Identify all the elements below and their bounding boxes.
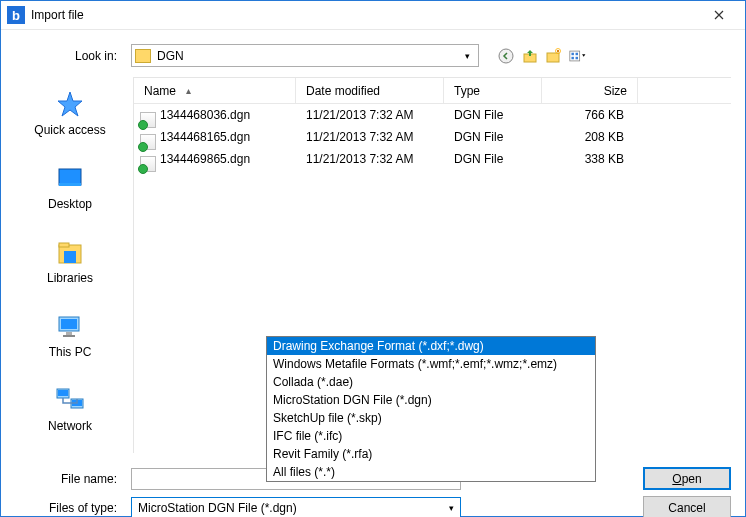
file-size: 208 KB xyxy=(542,130,638,144)
app-logo-icon: b xyxy=(7,6,25,24)
new-folder-button[interactable] xyxy=(545,47,563,65)
filetype-option[interactable]: Windows Metafile Formats (*.wmf;*.emf;*.… xyxy=(267,355,595,373)
file-list: 1344468036.dgn 11/21/2013 7:32 AM DGN Fi… xyxy=(134,104,731,170)
svg-rect-4 xyxy=(570,51,580,61)
column-header-type[interactable]: Type xyxy=(444,78,542,103)
svg-rect-10 xyxy=(59,183,81,186)
sidebar-item-desktop[interactable]: Desktop xyxy=(28,157,112,217)
svg-rect-2 xyxy=(547,53,559,62)
svg-rect-5 xyxy=(571,52,573,54)
close-button[interactable] xyxy=(699,1,739,29)
sidebar-item-label: Desktop xyxy=(48,197,92,211)
filetype-option[interactable]: Revit Family (*.rfa) xyxy=(267,445,595,463)
column-header-name[interactable]: Name▴ xyxy=(134,78,296,103)
desktop-icon xyxy=(54,163,86,195)
file-name: 1344468036.dgn xyxy=(134,108,296,122)
column-header-date[interactable]: Date modified xyxy=(296,78,444,103)
file-type: DGN File xyxy=(444,130,542,144)
sidebar-item-libraries[interactable]: Libraries xyxy=(28,231,112,291)
file-type: DGN File xyxy=(444,152,542,166)
sidebar-item-label: This PC xyxy=(49,345,92,359)
filetype-option[interactable]: IFC file (*.ifc) xyxy=(267,427,595,445)
file-date: 11/21/2013 7:32 AM xyxy=(296,152,444,166)
back-button[interactable] xyxy=(497,47,515,65)
look-in-label: Look in: xyxy=(15,49,123,63)
sidebar-item-label: Quick access xyxy=(34,123,105,137)
svg-rect-9 xyxy=(59,169,81,185)
file-row[interactable]: 1344469865.dgn 11/21/2013 7:32 AM DGN Fi… xyxy=(134,148,731,170)
filetype-value: MicroStation DGN File (*.dgn) xyxy=(132,501,443,515)
sidebar-item-quick-access[interactable]: Quick access xyxy=(28,83,112,143)
file-size: 766 KB xyxy=(542,108,638,122)
column-header-size[interactable]: Size xyxy=(542,78,638,103)
file-name: 1344468165.dgn xyxy=(134,130,296,144)
filetype-option[interactable]: All files (*.*) xyxy=(267,463,595,481)
sidebar-item-label: Network xyxy=(48,419,92,433)
open-button[interactable]: Open xyxy=(643,467,731,490)
cancel-button[interactable]: Cancel xyxy=(643,496,731,517)
network-icon xyxy=(54,385,86,417)
file-type: DGN File xyxy=(444,108,542,122)
filetype-option[interactable]: SketchUp file (*.skp) xyxy=(267,409,595,427)
file-name: 1344469865.dgn xyxy=(134,152,296,166)
filetype-label: Files of type: xyxy=(15,501,123,515)
file-list-header: Name▴ Date modified Type Size xyxy=(134,78,731,104)
sidebar-item-network[interactable]: Network xyxy=(28,379,112,439)
libraries-icon xyxy=(54,237,86,269)
svg-point-0 xyxy=(499,49,513,63)
filename-label: File name: xyxy=(15,472,123,486)
file-row[interactable]: 1344468165.dgn 11/21/2013 7:32 AM DGN Fi… xyxy=(134,126,731,148)
svg-rect-13 xyxy=(59,243,69,247)
filetype-dropdown-list[interactable]: Drawing Exchange Format (*.dxf;*.dwg) Wi… xyxy=(266,336,596,482)
svg-rect-6 xyxy=(576,52,578,54)
sidebar-item-label: Libraries xyxy=(47,271,93,285)
look-in-toolbar xyxy=(497,47,587,65)
svg-rect-15 xyxy=(61,319,77,329)
filetype-combobox[interactable]: MicroStation DGN File (*.dgn) ▾ xyxy=(131,497,461,518)
svg-rect-12 xyxy=(64,251,76,263)
filetype-option[interactable]: MicroStation DGN File (*.dgn) xyxy=(267,391,595,409)
svg-rect-17 xyxy=(63,335,75,337)
look-in-value: DGN xyxy=(157,49,459,63)
svg-rect-16 xyxy=(66,332,72,335)
up-one-level-button[interactable] xyxy=(521,47,539,65)
quick-access-icon xyxy=(54,89,86,121)
file-size: 338 KB xyxy=(542,152,638,166)
folder-icon xyxy=(135,49,151,63)
svg-rect-7 xyxy=(571,56,573,58)
file-date: 11/21/2013 7:32 AM xyxy=(296,108,444,122)
view-menu-button[interactable] xyxy=(569,47,587,65)
file-date: 11/21/2013 7:32 AM xyxy=(296,130,444,144)
sort-asc-icon: ▴ xyxy=(186,85,191,96)
sidebar-item-this-pc[interactable]: This PC xyxy=(28,305,112,365)
look-in-combobox[interactable]: DGN ▾ xyxy=(131,44,479,67)
svg-rect-19 xyxy=(58,390,68,396)
import-file-dialog: b Import file Look in: DGN ▾ xyxy=(0,0,746,517)
filetype-option[interactable]: Drawing Exchange Format (*.dxf;*.dwg) xyxy=(267,337,595,355)
svg-rect-8 xyxy=(576,56,578,58)
file-row[interactable]: 1344468036.dgn 11/21/2013 7:32 AM DGN Fi… xyxy=(134,104,731,126)
filetype-option[interactable]: Collada (*.dae) xyxy=(267,373,595,391)
filetype-row: Files of type: MicroStation DGN File (*.… xyxy=(15,496,731,517)
chevron-down-icon[interactable]: ▾ xyxy=(443,498,460,518)
chevron-down-icon[interactable]: ▾ xyxy=(459,46,475,65)
window-title: Import file xyxy=(31,8,699,22)
places-bar: Quick access Desktop Libraries This PC N… xyxy=(15,77,125,453)
look-in-row: Look in: DGN ▾ xyxy=(15,44,731,67)
this-pc-icon xyxy=(54,311,86,343)
titlebar: b Import file xyxy=(1,1,745,30)
